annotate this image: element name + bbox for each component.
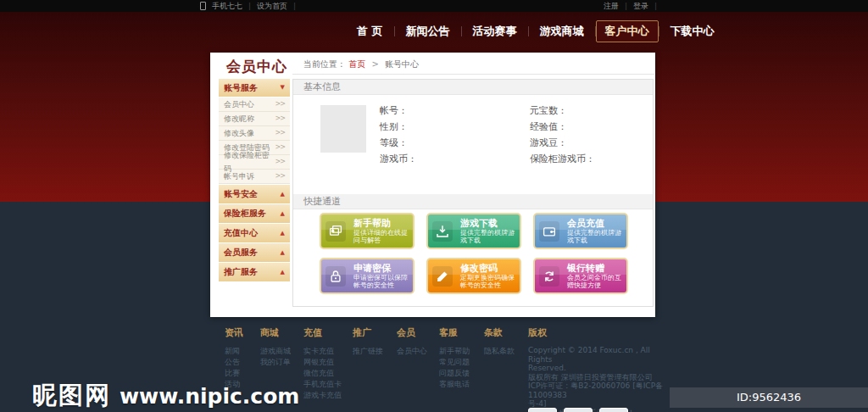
sidebar-item-change-safe-password[interactable]: 修改保险柜密码 >> xyxy=(219,155,290,170)
field-safe-game-coins: 保险柜游戏币： xyxy=(530,151,595,167)
nipic-watermark: 昵图网 www.nipic.com xyxy=(32,379,299,412)
pencil-icon xyxy=(432,266,453,287)
footer-link[interactable]: 新手帮助 xyxy=(439,346,470,357)
field-game-beans: 游戏豆： xyxy=(530,135,595,151)
topbar-right-links: 注册 | 登录 | xyxy=(604,0,657,12)
footer-heading: 会员 xyxy=(397,326,427,339)
footer-link[interactable]: 问题反馈 xyxy=(439,368,470,379)
apply-security-button[interactable]: 申请密保 申请密保可以保障帐号的安全性 xyxy=(320,258,415,294)
footer-column-copyright: 版权 Copyright © 2014 Foxuc.cn , All Right… xyxy=(528,326,674,412)
quick-link-title: 新手帮助 xyxy=(353,217,391,230)
member-center-panel: 会员中心 账号服务 ▼ 会员中心 >> 修改昵称 >> 修改头像 >> 修改登陆… xyxy=(210,53,655,317)
footer-heading: 条款 xyxy=(484,326,515,339)
top-utility-bar: 手机七七 | 设为首页 | 注册 | 登录 | xyxy=(0,0,868,12)
sidebar-group-promotion-services[interactable]: 推广服务 ▲ xyxy=(219,263,290,281)
footer-column-recharge: 充值 实卡充值 网银充值 微信充值 手机充值卡 游戏卡充值 xyxy=(303,326,342,401)
footer-heading: 充值 xyxy=(303,326,342,339)
account-content-box: 基本信息 帐号： 性别： 等级： 游戏币： 元宝数： 经验值： 游戏豆： 保险柜… xyxy=(292,79,654,307)
footer-link[interactable]: 新闻 xyxy=(225,346,243,357)
sidebar-group-member-services[interactable]: 会员服务 ▲ xyxy=(219,243,290,262)
arrow-suffix: >> xyxy=(275,141,285,154)
footer-link[interactable]: 实卡充值 xyxy=(303,346,342,357)
footer-heading: 推广 xyxy=(353,326,383,339)
watermark-site-name: 昵图网 xyxy=(32,379,111,412)
certification-badge-icon xyxy=(564,408,593,412)
sidebar-group-label: 推广服务 xyxy=(224,263,258,281)
sidebar-group-account-services[interactable]: 账号服务 ▼ xyxy=(219,79,290,97)
watermark-site-url: www.nipic.com xyxy=(120,384,299,409)
field-game-coins: 游戏币： xyxy=(380,151,417,167)
arrow-suffix: >> xyxy=(275,112,285,125)
quick-link-desc: 提供详细的在线提问与解答 xyxy=(353,229,411,244)
footer-link[interactable]: 游戏商城 xyxy=(260,346,291,357)
footer-link[interactable]: 我的订单 xyxy=(260,357,291,368)
footer-column-member: 会员 会员中心 xyxy=(397,326,427,357)
nav-events[interactable]: 活动赛事 xyxy=(462,21,528,42)
sidebar-item-edit-avatar[interactable]: 修改头像 >> xyxy=(219,126,290,141)
divider: | xyxy=(248,2,251,10)
avatar xyxy=(320,105,366,153)
quick-link-desc: 提供完整的棋牌游戏下载 xyxy=(567,229,625,244)
nav-game-mall[interactable]: 游戏商城 xyxy=(529,21,595,42)
sidebar-group-label: 账号服务 xyxy=(224,79,258,97)
sidebar-item-edit-nickname[interactable]: 修改昵称 >> xyxy=(219,112,290,126)
certification-badges xyxy=(528,408,628,412)
footer-link[interactable]: 客服电话 xyxy=(439,379,470,390)
arrow-suffix: >> xyxy=(275,97,285,111)
footer-link[interactable]: 网银充值 xyxy=(303,357,342,368)
login-link[interactable]: 登录 xyxy=(633,1,648,12)
footer-link[interactable]: 比赛 xyxy=(225,368,243,379)
page-title: 会员中心 xyxy=(219,57,290,76)
field-ingots: 元宝数： xyxy=(530,103,595,119)
copyright-line: ICP许可证：粤B2-20060706 [粤ICP备 11009383 xyxy=(528,381,674,399)
bank-transfer-button[interactable]: 银行转赠 会员之间金币的互赠快捷方便 xyxy=(533,258,628,294)
footer-link[interactable]: 游戏卡充值 xyxy=(303,390,342,401)
footer-link[interactable]: 公告 xyxy=(225,357,243,368)
breadcrumb-home-link[interactable]: 首页 xyxy=(348,59,365,69)
footer-heading: 资讯 xyxy=(225,326,243,339)
game-download-button[interactable]: 游戏下载 提供完整的棋牌游戏下载 xyxy=(426,213,521,249)
quick-link-title: 申请密保 xyxy=(353,262,391,275)
nav-customer-center[interactable]: 客户中心 xyxy=(596,20,659,42)
footer-link[interactable]: 隐私条款 xyxy=(484,346,515,357)
newbie-help-button[interactable]: 新手帮助 提供详细的在线提问与解答 xyxy=(320,213,415,249)
footer-heading: 客服 xyxy=(439,326,470,339)
change-password-button[interactable]: 修改密码 定期更换密码确保帐号的安全性 xyxy=(426,258,521,294)
copyright-line: Reserved. xyxy=(528,364,674,373)
nav-download-center[interactable]: 下载中心 xyxy=(659,21,726,42)
certification-badge-icon xyxy=(599,408,628,412)
field-experience: 经验值： xyxy=(530,119,595,135)
quick-link-desc: 会员之间金币的互赠快捷方便 xyxy=(567,274,625,289)
footer-link[interactable]: 常见问题 xyxy=(439,357,470,368)
sidebar-item-member-center[interactable]: 会员中心 >> xyxy=(219,97,290,112)
chevron-up-icon: ▲ xyxy=(281,224,285,242)
copyright-line: 版权所有 深圳骄日投资管理有限公司 xyxy=(528,373,674,382)
set-homepage-link[interactable]: 设为首页 xyxy=(257,1,287,12)
nav-news[interactable]: 新闻公告 xyxy=(395,21,461,42)
download-icon xyxy=(432,221,453,242)
sidebar-group-safe-services[interactable]: 保险柜服务 ▲ xyxy=(219,204,290,223)
arrow-suffix: >> xyxy=(275,170,285,183)
footer-column-mall: 商城 游戏商城 我的订单 xyxy=(260,326,291,368)
register-link[interactable]: 注册 xyxy=(604,1,619,12)
chevron-up-icon: ▲ xyxy=(281,185,285,203)
main-navigation: 首 页 新闻公告 活动赛事 游戏商城 客户中心 下载中心 xyxy=(346,22,726,41)
member-recharge-button[interactable]: 会员充值 提供完整的棋牌游戏下载 xyxy=(533,213,628,249)
footer-link[interactable]: 会员中心 xyxy=(397,346,427,357)
breadcrumb-separator: > xyxy=(371,59,378,69)
nav-home[interactable]: 首 页 xyxy=(346,21,394,42)
sidebar-item-label: 修改昵称 xyxy=(224,112,254,125)
sidebar-group-account-security[interactable]: 账号安全 ▲ xyxy=(219,185,290,203)
sidebar-group-recharge-center[interactable]: 充值中心 ▲ xyxy=(219,224,290,242)
field-level: 等级： xyxy=(380,135,417,151)
footer-link[interactable]: 微信充值 xyxy=(303,368,342,379)
help-cards-icon xyxy=(326,221,346,242)
sidebar-item-label: 帐号申诉 xyxy=(224,170,254,183)
quick-link-title: 会员充值 xyxy=(567,217,604,230)
quick-link-desc: 定期更换密码确保帐号的安全性 xyxy=(460,274,518,289)
footer-link[interactable]: 推广链接 xyxy=(353,346,383,357)
divider: | xyxy=(293,2,296,10)
footer-link[interactable]: 手机充值卡 xyxy=(303,379,342,390)
mobile-site-link[interactable]: 手机七七 xyxy=(212,1,242,12)
wallet-icon xyxy=(539,221,559,242)
